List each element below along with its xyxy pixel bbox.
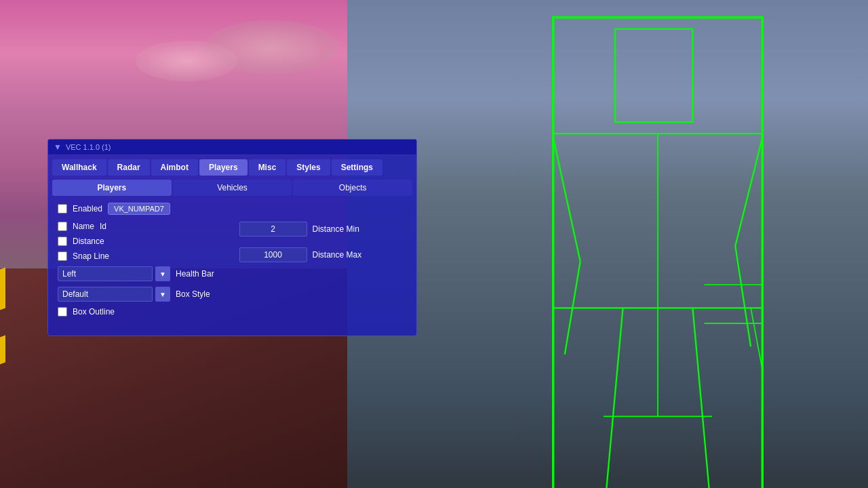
sub-tab-objects[interactable]: Objects	[293, 180, 412, 196]
svg-line-10	[692, 308, 712, 488]
name-label: Name	[73, 222, 94, 231]
snap-line-row: Snap Line	[58, 251, 226, 261]
enabled-row: Enabled VK_NUMPAD7	[58, 203, 407, 215]
distance-min-row: Distance Min	[239, 222, 408, 237]
snap-line-checkbox[interactable]	[58, 251, 67, 261]
panel-arrow-icon: ▼	[54, 142, 62, 152]
sub-tab-players[interactable]: Players	[52, 180, 172, 196]
tab-wallhack[interactable]: Wallhack	[52, 159, 106, 176]
box-style-arrow-icon[interactable]: ▼	[155, 287, 170, 302]
box-style-dropdown[interactable]: Default Corners Filled	[58, 287, 153, 302]
health-bar-dropdown[interactable]: Left Right Top Bottom None	[58, 266, 153, 281]
left-column: Name Id Distance Snap Line Left	[58, 222, 226, 322]
character-container	[549, 14, 766, 474]
svg-line-14	[751, 308, 762, 369]
snap-line-label: Snap Line	[73, 251, 109, 261]
distance-max-label: Distance Max	[313, 250, 362, 260]
box-outline-label: Box Outline	[73, 307, 115, 317]
box-outline-checkbox[interactable]	[58, 307, 67, 317]
settings-grid: Name Id Distance Snap Line Left	[58, 222, 407, 322]
tab-players[interactable]: Players	[199, 159, 248, 176]
svg-line-4	[553, 138, 580, 262]
tab-settings[interactable]: Settings	[332, 159, 382, 176]
panel-title-bar: ▼ VEC 1.1.0 (1)	[48, 140, 416, 155]
distance-checkbox[interactable]	[58, 237, 67, 246]
health-bar-label: Health Bar	[176, 269, 214, 279]
green-wireframe	[549, 14, 766, 488]
ui-panel: ▼ VEC 1.1.0 (1) Wallhack Radar Aimbot Pl…	[47, 139, 417, 336]
distance-min-label: Distance Min	[313, 224, 359, 234]
svg-line-7	[735, 246, 751, 347]
distance-row: Distance	[58, 237, 226, 246]
panel-title: VEC 1.1.0 (1)	[66, 143, 111, 151]
name-id-label: Id	[100, 222, 106, 231]
tab-aimbot[interactable]: Aimbot	[151, 159, 198, 176]
distance-max-input[interactable]	[239, 247, 307, 262]
road-line-2	[0, 336, 5, 365]
tab-radar[interactable]: Radar	[108, 159, 150, 176]
tab-styles[interactable]: Styles	[287, 159, 330, 176]
name-checkbox[interactable]	[58, 222, 67, 231]
svg-line-9	[604, 308, 623, 488]
distance-label: Distance	[73, 237, 104, 246]
cloud-2	[136, 41, 237, 81]
tab-misc[interactable]: Misc	[249, 159, 286, 176]
box-style-row: Default Corners Filled ▼ Box Style	[58, 287, 226, 302]
enabled-checkbox[interactable]	[58, 204, 67, 214]
distance-max-row: Distance Max	[239, 247, 408, 262]
svg-line-6	[735, 138, 762, 246]
health-bar-arrow-icon[interactable]: ▼	[155, 266, 170, 281]
box-style-label: Box Style	[176, 289, 210, 299]
sub-tabs: Players Vehicles Objects	[52, 180, 412, 196]
box-outline-row: Box Outline	[58, 307, 226, 317]
enabled-keybind[interactable]: VK_NUMPAD7	[108, 203, 170, 215]
health-bar-row: Left Right Top Bottom None ▼ Health Bar	[58, 266, 226, 281]
panel-content: Enabled VK_NUMPAD7 Name Id Distance	[48, 196, 416, 329]
sub-tab-vehicles[interactable]: Vehicles	[173, 180, 292, 196]
main-tabs: Wallhack Radar Aimbot Players Misc Style…	[48, 155, 416, 176]
distance-min-input[interactable]	[239, 222, 307, 237]
enabled-label: Enabled	[73, 204, 102, 214]
name-row: Name Id	[58, 222, 226, 231]
right-column: Distance Min Distance Max	[239, 222, 408, 322]
road-line-1	[0, 268, 5, 310]
svg-rect-1	[615, 29, 692, 122]
